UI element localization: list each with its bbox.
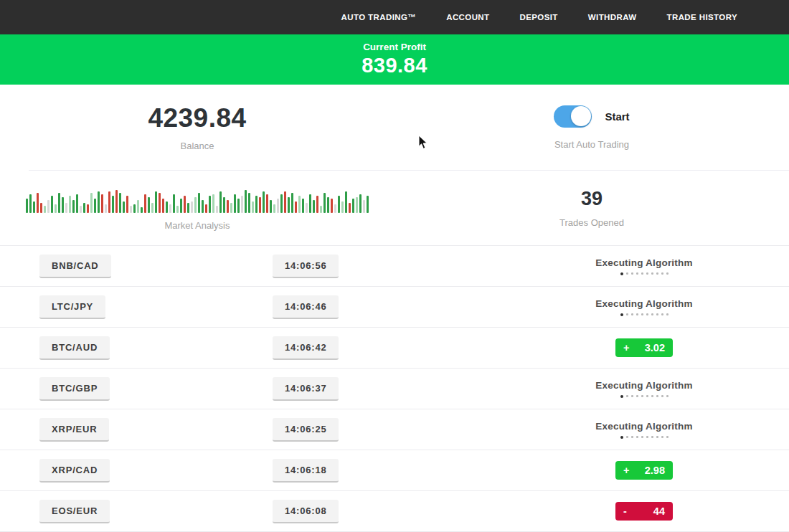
- executing-algorithm-label: Executing Algorithm: [595, 257, 692, 268]
- chart-bar: [137, 200, 139, 213]
- trade-row: XRP/CAD14:06:18+2.98: [0, 450, 789, 491]
- trade-time-pill: 14:06:56: [273, 255, 339, 278]
- chart-bar: [216, 206, 218, 213]
- chart-bar: [47, 200, 49, 213]
- chart-bar: [144, 194, 146, 213]
- chart-bar: [40, 203, 42, 213]
- chart-bar: [62, 197, 64, 213]
- chart-bar: [141, 207, 143, 213]
- chart-bar: [212, 194, 214, 213]
- trade-time-pill: 14:06:18: [273, 459, 339, 483]
- progress-dots: [620, 272, 668, 275]
- auto-trading-toggle[interactable]: [554, 105, 592, 128]
- profit-badge: +2.98: [615, 461, 673, 480]
- trade-status-cell: Executing Algorithm: [558, 257, 730, 275]
- chart-bar: [198, 193, 200, 213]
- chart-bar: [162, 199, 164, 213]
- nav-item-withdraw[interactable]: WITHDRAW: [588, 13, 637, 22]
- stats-row-top: 4239.84 Balance Start Start Auto Trading: [0, 85, 789, 170]
- chart-bar: [277, 199, 279, 213]
- chart-bar: [105, 204, 107, 213]
- chart-bar: [291, 193, 293, 213]
- chart-bar: [130, 206, 132, 213]
- chart-bar: [180, 199, 182, 213]
- chart-bar: [76, 194, 78, 213]
- chart-bar: [112, 196, 114, 213]
- chart-bar: [331, 199, 333, 213]
- chart-bar: [266, 194, 268, 213]
- chart-bar: [108, 191, 110, 213]
- stats-row-bottom: Market Analysis 39 Trades Opened: [0, 171, 789, 245]
- chart-bar: [176, 206, 179, 213]
- current-profit-label: Current Profit: [363, 42, 426, 52]
- auto-trading-block: Start Start Auto Trading: [394, 85, 789, 170]
- chart-bar: [90, 193, 93, 213]
- chart-bar: [169, 204, 171, 213]
- chart-bar: [237, 199, 240, 213]
- chart-bar: [173, 194, 175, 213]
- chart-bar: [219, 191, 222, 213]
- chart-bar: [327, 197, 329, 213]
- chart-bar: [133, 204, 136, 213]
- chart-bar: [252, 201, 254, 213]
- chart-bar: [309, 194, 311, 213]
- chart-bar: [83, 203, 85, 213]
- progress-dots: [620, 395, 668, 398]
- trade-status-cell: +3.02: [558, 338, 730, 357]
- chart-bar: [341, 201, 344, 213]
- chart-bar: [98, 191, 100, 213]
- trade-row: BTC/AUD14:06:42+3.02: [0, 328, 789, 369]
- nav-item-trade-history[interactable]: TRADE HISTORY: [667, 13, 738, 22]
- chart-bar: [166, 201, 168, 213]
- chart-bar: [55, 204, 57, 213]
- nav-item-account[interactable]: ACCOUNT: [446, 13, 489, 22]
- balance-block: 4239.84 Balance: [0, 85, 394, 170]
- trade-pair-pill: BTC/GBP: [39, 377, 110, 401]
- chart-bar: [101, 194, 103, 213]
- chart-bar: [295, 201, 297, 213]
- trades-opened-label: Trades Opened: [559, 217, 624, 228]
- chart-bar: [151, 203, 153, 213]
- trade-time-pill: 14:06:25: [273, 418, 339, 442]
- market-analysis-block: Market Analysis: [0, 171, 394, 245]
- trade-pair-pill: BTC/AUD: [39, 336, 110, 360]
- progress-dots: [620, 313, 668, 316]
- chart-bar: [94, 199, 96, 213]
- chart-bar: [241, 196, 243, 213]
- trades-list: BNB/CAD14:06:56Executing AlgorithmLTC/JP…: [0, 245, 789, 532]
- chart-bar: [155, 191, 157, 213]
- current-profit-value: 839.84: [362, 54, 427, 77]
- nav-item-auto-trading[interactable]: AUTO TRADING™: [341, 13, 417, 22]
- chart-bar: [227, 200, 229, 213]
- chart-bar: [184, 196, 186, 213]
- trade-time-pill: 14:06:42: [273, 336, 339, 360]
- chart-bar: [29, 194, 32, 213]
- trade-status-cell: +2.98: [558, 461, 730, 480]
- chart-bar: [273, 204, 275, 213]
- chart-bar: [187, 203, 189, 213]
- loss-badge: -44: [615, 502, 673, 521]
- top-navbar: AUTO TRADING™ACCOUNTDEPOSITWITHDRAWTRADE…: [0, 0, 789, 34]
- chart-bar: [270, 200, 272, 213]
- nav-menu: AUTO TRADING™ACCOUNTDEPOSITWITHDRAWTRADE…: [341, 13, 737, 22]
- chart-bar: [223, 197, 225, 213]
- chart-bar: [37, 193, 39, 213]
- nav-item-deposit[interactable]: DEPOSIT: [520, 13, 558, 22]
- trade-pair-pill: XRP/EUR: [39, 418, 109, 442]
- profit-badge: +3.02: [615, 338, 673, 357]
- executing-algorithm-label: Executing Algorithm: [595, 421, 692, 432]
- chart-bar: [248, 193, 250, 213]
- chart-bar: [65, 203, 67, 213]
- chart-bar: [72, 200, 75, 213]
- trade-status-cell: Executing Algorithm: [558, 380, 730, 398]
- executing-algorithm-label: Executing Algorithm: [595, 380, 692, 391]
- trade-time-pill: 14:06:46: [273, 295, 339, 319]
- chart-bar: [288, 197, 290, 213]
- chart-bar: [313, 200, 315, 213]
- chart-bar: [320, 206, 322, 213]
- chart-bar: [26, 199, 28, 213]
- chart-bar: [115, 190, 118, 213]
- chart-bar: [367, 196, 369, 213]
- chart-bar: [245, 190, 247, 213]
- chart-bar: [280, 194, 283, 213]
